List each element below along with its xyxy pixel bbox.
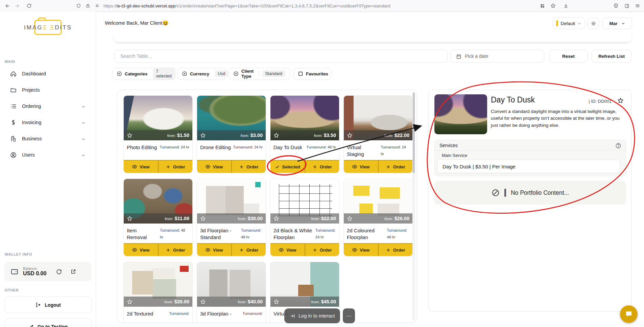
filter-chip-categories[interactable]: Categories 7 selected bbox=[112, 68, 176, 80]
service-card-actions: View Order bbox=[197, 160, 266, 173]
eye-icon bbox=[205, 164, 211, 170]
order-button[interactable]: Order bbox=[305, 244, 339, 256]
service-card-info: Drone Editing Turnaround: 24 hr bbox=[197, 140, 266, 160]
favourite-star-icon[interactable] bbox=[347, 132, 353, 138]
reset-button[interactable]: Reset bbox=[549, 50, 588, 63]
browser-reload-icon[interactable] bbox=[24, 1, 34, 10]
filter-chip-favourites[interactable]: Favourites bbox=[293, 68, 331, 80]
wallet-external-link-icon[interactable] bbox=[70, 268, 76, 275]
order-button[interactable]: Order bbox=[379, 244, 413, 256]
sidebar-item-business[interactable]: Business bbox=[4, 131, 92, 146]
refresh-list-button[interactable]: Refresh List bbox=[592, 50, 631, 63]
order-button[interactable]: Order bbox=[232, 244, 266, 256]
sun-icon bbox=[591, 20, 596, 26]
filter-chip-client-type[interactable]: Client Type Standard bbox=[229, 68, 290, 80]
toast-more-button[interactable]: ⋯ bbox=[343, 308, 355, 323]
browser-sidebar-icon[interactable] bbox=[622, 1, 631, 10]
grid-scrollbar[interactable] bbox=[412, 92, 415, 321]
browser-lock-icon[interactable] bbox=[83, 1, 93, 10]
browser-back-icon[interactable] bbox=[3, 1, 12, 10]
order-button[interactable]: Order bbox=[232, 161, 266, 173]
order-button[interactable]: Order bbox=[159, 161, 193, 173]
price-from-label: from: bbox=[385, 217, 393, 221]
service-name: 3d Floorplan - bbox=[200, 310, 232, 323]
sidebar-item-users[interactable]: Users bbox=[4, 147, 92, 162]
browser-shield-icon[interactable] bbox=[74, 1, 83, 10]
service-card-info: Day To Dusk Turnaround: 48 hr bbox=[270, 140, 339, 160]
service-name: Drone Editing bbox=[200, 144, 231, 158]
help-icon[interactable] bbox=[615, 142, 621, 149]
login-toast-button[interactable]: Log in to interact bbox=[284, 308, 340, 323]
view-button[interactable]: View bbox=[197, 244, 231, 256]
service-card: from:$3.00 Drone Editing Turnaround: 24 … bbox=[197, 95, 266, 173]
app-logo[interactable]: IMΛGΞ ΞDITS bbox=[21, 16, 75, 37]
browser-extensions-icon[interactable] bbox=[538, 1, 547, 10]
view-button[interactable]: View bbox=[344, 244, 378, 256]
service-turnaround: Turnaround: 48 hr bbox=[387, 227, 409, 241]
favourite-star-icon[interactable] bbox=[273, 299, 279, 305]
favourite-star-icon[interactable] bbox=[127, 132, 133, 138]
price-value: $3.50 bbox=[324, 133, 336, 138]
price-value: $30.00 bbox=[248, 216, 263, 221]
go-to-testing-button[interactable]: Go to Testing bbox=[4, 319, 92, 327]
url-bar[interactable]: https://ie-t3-git-dev-schubl.vercel.app/… bbox=[103, 3, 390, 8]
view-button[interactable]: View bbox=[270, 244, 305, 256]
search-input[interactable] bbox=[120, 53, 442, 59]
browser-bookmark-star-icon[interactable] bbox=[548, 1, 558, 10]
favourite-star-icon[interactable] bbox=[200, 132, 206, 138]
wallet-refresh-icon[interactable] bbox=[56, 268, 62, 275]
service-card-info: 2d Coloured Floorplan Turnaround: 48 hr bbox=[344, 224, 412, 243]
service-thumbnail: from:$26.00 bbox=[124, 262, 192, 307]
logout-button[interactable]: Logout bbox=[4, 297, 92, 313]
service-thumbnail: from:$22.00 bbox=[270, 179, 339, 224]
login-toast-label: Log in to interact bbox=[299, 313, 335, 319]
browser-privacy-shield-icon[interactable] bbox=[611, 1, 621, 10]
filter-chip-currency[interactable]: Currency Usd bbox=[177, 68, 226, 80]
checkbox-icon[interactable] bbox=[298, 71, 303, 77]
order-button[interactable]: Order bbox=[159, 244, 193, 256]
service-card-actions: View Order bbox=[124, 160, 192, 173]
chat-fab-button[interactable] bbox=[620, 305, 638, 323]
sidebar-item-invoicing[interactable]: Invoicing bbox=[4, 115, 92, 130]
plus-icon bbox=[312, 164, 317, 169]
service-thumbnail: from:$26.00 bbox=[344, 179, 412, 224]
service-turnaround: Turnaround: 48 hr bbox=[306, 144, 336, 158]
favourite-star-icon[interactable] bbox=[200, 215, 206, 221]
theme-toggle-button[interactable] bbox=[588, 18, 599, 29]
service-turnaround: Turnaround: 24 hr bbox=[315, 227, 336, 241]
view-button[interactable]: View bbox=[124, 161, 158, 173]
favourite-star-icon[interactable] bbox=[617, 97, 624, 104]
main-service-label: Main Service bbox=[442, 153, 467, 158]
sidebar-item-projects[interactable]: Projects bbox=[4, 83, 92, 97]
main-service-item[interactable]: Day To Dusk | $3.50 | Per Image bbox=[437, 160, 620, 173]
favourite-star-icon[interactable] bbox=[127, 299, 133, 305]
service-name: Item Removal bbox=[127, 227, 158, 241]
favourite-star-icon[interactable] bbox=[347, 215, 353, 221]
browser-permissions-icon[interactable] bbox=[93, 1, 102, 10]
plus-icon bbox=[166, 164, 171, 169]
browser-forward-icon[interactable] bbox=[12, 1, 22, 10]
favourite-star-icon[interactable] bbox=[200, 299, 206, 305]
price-strip: from:$40.00 bbox=[197, 297, 266, 307]
date-picker-button[interactable]: Pick a date bbox=[450, 50, 544, 63]
eye-icon bbox=[352, 164, 357, 170]
browser-menu-icon[interactable] bbox=[633, 1, 642, 10]
grid-scrollbar-thumb[interactable] bbox=[413, 93, 415, 173]
order-button[interactable]: Order bbox=[305, 161, 339, 173]
user-menu-dropdown[interactable]: Mar bbox=[602, 18, 632, 29]
sidebar-item-ordering[interactable]: Ordering bbox=[4, 99, 92, 114]
sidebar-item-dashboard[interactable]: Dashboard bbox=[4, 66, 92, 81]
view-button[interactable]: View bbox=[344, 161, 378, 173]
view-button[interactable]: View bbox=[124, 244, 158, 256]
browser-downloads-icon[interactable] bbox=[561, 1, 571, 10]
workspace-dropdown[interactable]: Default bbox=[552, 18, 585, 29]
order-button[interactable]: Order bbox=[379, 161, 413, 173]
chevron-down-icon bbox=[81, 120, 86, 125]
favourite-star-icon[interactable] bbox=[273, 132, 279, 138]
selected-button[interactable]: Selected bbox=[270, 161, 305, 173]
favourite-star-icon[interactable] bbox=[127, 215, 133, 221]
eye-icon bbox=[132, 164, 137, 170]
favourite-star-icon[interactable] bbox=[273, 215, 279, 221]
service-turnaround: Turnaround: bbox=[169, 310, 189, 323]
view-button[interactable]: View bbox=[197, 161, 231, 173]
